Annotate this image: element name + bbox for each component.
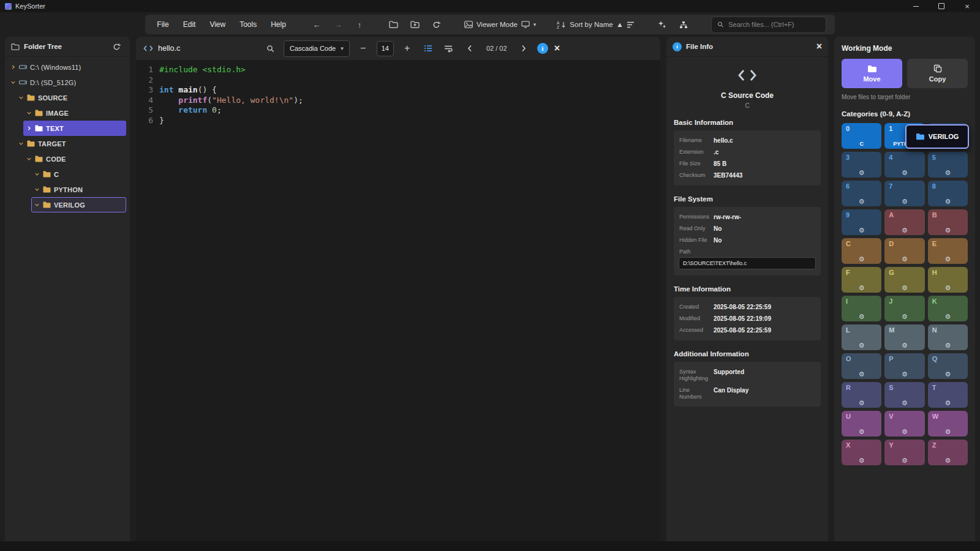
rules-button[interactable]	[677, 17, 690, 32]
category-tile-4[interactable]: 4⚙	[884, 152, 924, 178]
gear-icon[interactable]: ⚙	[944, 170, 951, 176]
tree-refresh-button[interactable]	[109, 39, 124, 54]
category-tile-z[interactable]: Z⚙	[928, 440, 968, 465]
chevron-down-icon[interactable]	[34, 187, 40, 192]
viewer-search-button[interactable]	[263, 41, 277, 56]
gear-icon[interactable]: ⚙	[859, 400, 865, 407]
add-folder-button[interactable]	[409, 17, 422, 32]
gear-icon[interactable]: ⚙	[859, 429, 865, 435]
auto-sort-button[interactable]	[655, 17, 669, 32]
category-tile-8[interactable]: 8⚙	[928, 181, 968, 206]
menu-edit[interactable]: Edit	[180, 18, 199, 31]
chevron-right-icon[interactable]	[10, 64, 16, 70]
gear-icon[interactable]: ⚙	[859, 198, 865, 205]
category-tile-j[interactable]: J⚙	[884, 296, 924, 321]
chevron-down-icon[interactable]	[26, 110, 32, 116]
gear-icon[interactable]: ⚙	[944, 313, 951, 320]
gear-icon[interactable]: ⚙	[902, 227, 908, 234]
category-tile-k[interactable]: K⚙	[928, 296, 968, 321]
tree-item-source[interactable]: SOURCE	[15, 90, 126, 105]
gear-icon[interactable]: ⚙	[902, 256, 908, 263]
gear-icon[interactable]: ⚙	[859, 170, 865, 176]
gear-icon[interactable]: ⚙	[902, 285, 908, 291]
chevron-down-icon[interactable]	[10, 80, 16, 85]
gear-icon[interactable]: ⚙	[902, 457, 908, 464]
gear-icon[interactable]: ⚙	[902, 170, 908, 176]
category-tile-m[interactable]: M⚙	[884, 324, 924, 350]
gear-icon[interactable]: ⚙	[859, 342, 865, 349]
gear-icon[interactable]: ⚙	[902, 313, 908, 320]
category-tile-n[interactable]: N⚙	[928, 324, 968, 350]
category-tile-u[interactable]: U⚙	[842, 411, 881, 437]
category-tile-e[interactable]: E⚙	[928, 238, 968, 264]
minimize-button[interactable]	[903, 0, 929, 12]
gear-icon[interactable]: ⚙	[859, 227, 865, 234]
new-folder-button[interactable]	[387, 17, 401, 32]
category-tile-d[interactable]: D⚙	[884, 238, 924, 264]
category-tile-r[interactable]: R⚙	[842, 382, 881, 408]
close-button[interactable]: ×	[954, 0, 980, 12]
gear-icon[interactable]: ⚙	[902, 371, 908, 378]
line-numbers-toggle[interactable]	[421, 41, 435, 56]
category-tile-f[interactable]: F⚙	[842, 267, 881, 293]
gear-icon[interactable]: ⚙	[859, 313, 865, 320]
gear-icon[interactable]: ⚙	[902, 429, 908, 435]
copy-mode-button[interactable]: Copy	[907, 59, 968, 88]
menu-help[interactable]: Help	[268, 18, 289, 31]
chevron-down-icon[interactable]	[34, 171, 40, 177]
gear-icon[interactable]: ⚙	[944, 198, 951, 205]
forward-button[interactable]: →	[331, 17, 345, 32]
font-size-decrease-button[interactable]: −	[356, 41, 371, 56]
tree-item-image[interactable]: IMAGE	[23, 105, 126, 121]
prev-page-button[interactable]	[462, 41, 477, 56]
font-size-increase-button[interactable]: +	[400, 41, 415, 56]
category-tile-5[interactable]: 5⚙	[928, 152, 968, 178]
category-tile-x[interactable]: X⚙	[842, 440, 881, 465]
category-tile-y[interactable]: Y⚙	[884, 440, 924, 465]
category-tile-l[interactable]: L⚙	[842, 324, 881, 350]
chevron-down-icon[interactable]	[18, 141, 24, 146]
move-mode-button[interactable]: Move	[842, 59, 902, 88]
file-path-field[interactable]: D:\SOURCE\TEXT\hello.c	[679, 257, 816, 269]
category-tile-9[interactable]: 9⚙	[842, 209, 881, 235]
tree-item-code[interactable]: CODE	[23, 151, 126, 167]
search-input[interactable]	[727, 20, 820, 29]
gear-icon[interactable]: ⚙	[902, 400, 908, 407]
category-tile-0[interactable]: 0C	[842, 123, 881, 149]
gear-icon[interactable]: ⚙	[944, 256, 951, 263]
category-tile-p[interactable]: P⚙	[884, 353, 924, 379]
chevron-right-icon[interactable]	[26, 126, 32, 131]
gear-icon[interactable]: ⚙	[944, 371, 951, 378]
menu-tools[interactable]: Tools	[236, 18, 260, 31]
gear-icon[interactable]: ⚙	[859, 285, 865, 291]
category-tile-6[interactable]: 6⚙	[842, 181, 881, 206]
category-tile-t[interactable]: T⚙	[928, 382, 968, 408]
up-button[interactable]: ↑	[353, 17, 366, 32]
font-select[interactable]: Cascadia Code ▾	[284, 40, 350, 57]
maximize-button[interactable]	[929, 0, 954, 12]
category-tile-c[interactable]: C⚙	[842, 238, 881, 264]
category-tile-b[interactable]: B⚙	[928, 209, 968, 235]
gear-icon[interactable]: ⚙	[902, 342, 908, 349]
tree-item-c-windows11[interactable]: C:\ (Windows11)	[7, 59, 126, 75]
category-tile-g[interactable]: G⚙	[884, 267, 924, 293]
gear-icon[interactable]: ⚙	[944, 285, 951, 291]
word-wrap-toggle[interactable]	[442, 41, 456, 56]
category-tile-v[interactable]: V⚙	[884, 411, 924, 437]
tree-item-target[interactable]: TARGET	[15, 136, 126, 151]
file-info-close-button[interactable]: ×	[816, 41, 822, 52]
gear-icon[interactable]: ⚙	[944, 227, 951, 234]
tree-item-verilog[interactable]: VERILOG	[31, 197, 126, 212]
category-tile-s[interactable]: S⚙	[884, 382, 924, 408]
back-button[interactable]: ←	[310, 17, 323, 32]
file-info-toggle-button[interactable]: i	[537, 43, 548, 54]
chevron-down-icon[interactable]	[18, 95, 24, 100]
gear-icon[interactable]: ⚙	[944, 342, 951, 349]
tree-item-text[interactable]: TEXT	[23, 121, 126, 136]
gear-icon[interactable]: ⚙	[902, 198, 908, 205]
chevron-down-icon[interactable]	[26, 156, 32, 162]
category-tile-w[interactable]: W⚙	[928, 411, 968, 437]
tree-item-python[interactable]: PYTHON	[31, 182, 126, 197]
gear-icon[interactable]: ⚙	[944, 400, 951, 407]
gear-icon[interactable]: ⚙	[859, 371, 865, 378]
